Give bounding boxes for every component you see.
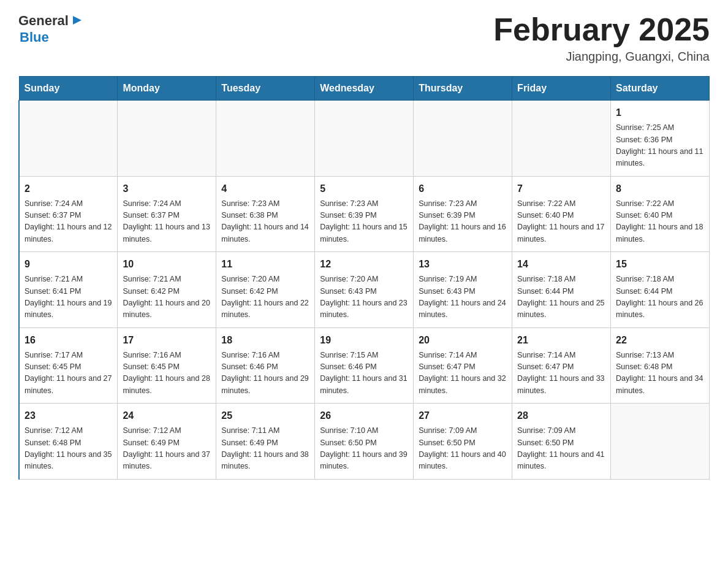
- day-number: 28: [517, 408, 605, 423]
- day-info: Sunrise: 7:23 AMSunset: 6:38 PMDaylight:…: [221, 198, 309, 246]
- day-number: 1: [616, 105, 704, 120]
- day-number: 16: [25, 333, 112, 348]
- col-monday: Monday: [118, 77, 216, 101]
- calendar-body: 1Sunrise: 7:25 AMSunset: 6:36 PMDaylight…: [19, 101, 710, 480]
- calendar-day-cell: 19Sunrise: 7:15 AMSunset: 6:46 PMDayligh…: [315, 327, 414, 404]
- day-info: Sunrise: 7:16 AMSunset: 6:45 PMDaylight:…: [123, 350, 211, 397]
- col-wednesday: Wednesday: [315, 77, 414, 101]
- calendar-day-cell: 15Sunrise: 7:18 AMSunset: 6:44 PMDayligh…: [611, 252, 710, 328]
- calendar-table: Sunday Monday Tuesday Wednesday Thursday…: [18, 76, 710, 480]
- calendar-day-cell: 13Sunrise: 7:19 AMSunset: 6:43 PMDayligh…: [414, 252, 512, 328]
- day-info: Sunrise: 7:16 AMSunset: 6:46 PMDaylight:…: [221, 350, 309, 397]
- calendar-day-cell: 6Sunrise: 7:23 AMSunset: 6:39 PMDaylight…: [414, 176, 512, 252]
- calendar-day-cell: 10Sunrise: 7:21 AMSunset: 6:42 PMDayligh…: [118, 252, 216, 328]
- day-number: 12: [320, 257, 408, 272]
- day-number: 9: [25, 257, 112, 272]
- day-info: Sunrise: 7:14 AMSunset: 6:47 PMDaylight:…: [419, 350, 507, 397]
- day-number: 7: [517, 182, 605, 196]
- logo-arrow-icon: [70, 13, 84, 27]
- day-number: 5: [320, 182, 408, 196]
- day-number: 24: [123, 408, 211, 423]
- day-info: Sunrise: 7:20 AMSunset: 6:42 PMDaylight:…: [221, 274, 309, 321]
- calendar-day-cell: 20Sunrise: 7:14 AMSunset: 6:47 PMDayligh…: [414, 327, 512, 404]
- day-number: 21: [517, 333, 605, 348]
- day-info: Sunrise: 7:21 AMSunset: 6:42 PMDaylight:…: [123, 274, 211, 321]
- calendar-day-cell: 17Sunrise: 7:16 AMSunset: 6:45 PMDayligh…: [118, 327, 216, 404]
- day-info: Sunrise: 7:22 AMSunset: 6:40 PMDaylight:…: [517, 198, 605, 246]
- day-info: Sunrise: 7:25 AMSunset: 6:36 PMDaylight:…: [616, 122, 704, 170]
- day-number: 14: [517, 257, 605, 272]
- day-number: 6: [419, 182, 507, 196]
- col-thursday: Thursday: [414, 77, 512, 101]
- day-info: Sunrise: 7:14 AMSunset: 6:47 PMDaylight:…: [517, 350, 605, 397]
- day-info: Sunrise: 7:22 AMSunset: 6:40 PMDaylight:…: [616, 198, 704, 246]
- col-tuesday: Tuesday: [216, 77, 315, 101]
- day-number: 3: [123, 182, 211, 196]
- day-info: Sunrise: 7:09 AMSunset: 6:50 PMDaylight:…: [517, 425, 605, 473]
- calendar-day-cell: 3Sunrise: 7:24 AMSunset: 6:37 PMDaylight…: [118, 176, 216, 252]
- day-number: 22: [616, 333, 704, 348]
- day-number: 2: [25, 182, 112, 196]
- calendar-header: Sunday Monday Tuesday Wednesday Thursday…: [19, 77, 710, 101]
- calendar-day-cell: 26Sunrise: 7:10 AMSunset: 6:50 PMDayligh…: [315, 404, 414, 480]
- col-friday: Friday: [512, 77, 611, 101]
- calendar-day-cell: 11Sunrise: 7:20 AMSunset: 6:42 PMDayligh…: [216, 252, 315, 328]
- calendar-week-row: 9Sunrise: 7:21 AMSunset: 6:41 PMDaylight…: [19, 252, 710, 328]
- calendar-day-cell: 21Sunrise: 7:14 AMSunset: 6:47 PMDayligh…: [512, 327, 611, 404]
- calendar-day-cell: 23Sunrise: 7:12 AMSunset: 6:48 PMDayligh…: [19, 404, 118, 480]
- day-info: Sunrise: 7:18 AMSunset: 6:44 PMDaylight:…: [616, 274, 704, 321]
- calendar-week-row: 2Sunrise: 7:24 AMSunset: 6:37 PMDaylight…: [19, 176, 710, 252]
- calendar-day-cell: [216, 101, 315, 177]
- calendar-day-cell: 5Sunrise: 7:23 AMSunset: 6:39 PMDaylight…: [315, 176, 414, 252]
- day-info: Sunrise: 7:24 AMSunset: 6:37 PMDaylight:…: [25, 198, 112, 246]
- day-info: Sunrise: 7:13 AMSunset: 6:48 PMDaylight:…: [616, 350, 704, 397]
- col-saturday: Saturday: [611, 77, 710, 101]
- day-number: 15: [616, 257, 704, 272]
- day-number: 20: [419, 333, 507, 348]
- day-number: 18: [221, 333, 309, 348]
- col-sunday: Sunday: [19, 77, 118, 101]
- day-info: Sunrise: 7:09 AMSunset: 6:50 PMDaylight:…: [419, 425, 507, 473]
- day-number: 13: [419, 257, 507, 272]
- day-info: Sunrise: 7:19 AMSunset: 6:43 PMDaylight:…: [419, 274, 507, 321]
- calendar-day-cell: [19, 101, 118, 177]
- calendar-day-cell: 25Sunrise: 7:11 AMSunset: 6:49 PMDayligh…: [216, 404, 315, 480]
- title-block: February 2025 Jiangping, Guangxi, China: [493, 12, 710, 64]
- calendar-day-cell: [118, 101, 216, 177]
- calendar-day-cell: 27Sunrise: 7:09 AMSunset: 6:50 PMDayligh…: [414, 404, 512, 480]
- calendar-day-cell: 2Sunrise: 7:24 AMSunset: 6:37 PMDaylight…: [19, 176, 118, 252]
- calendar-day-cell: 22Sunrise: 7:13 AMSunset: 6:48 PMDayligh…: [611, 327, 710, 404]
- day-number: 19: [320, 333, 408, 348]
- day-number: 11: [221, 257, 309, 272]
- day-number: 8: [616, 182, 704, 196]
- svg-marker-0: [73, 16, 82, 25]
- calendar-day-cell: 16Sunrise: 7:17 AMSunset: 6:45 PMDayligh…: [19, 327, 118, 404]
- logo-blue-text: Blue: [20, 29, 84, 45]
- day-info: Sunrise: 7:24 AMSunset: 6:37 PMDaylight:…: [123, 198, 211, 246]
- day-info: Sunrise: 7:18 AMSunset: 6:44 PMDaylight:…: [517, 274, 605, 321]
- days-of-week-row: Sunday Monday Tuesday Wednesday Thursday…: [19, 77, 710, 101]
- calendar-day-cell: [512, 101, 611, 177]
- day-info: Sunrise: 7:11 AMSunset: 6:49 PMDaylight:…: [221, 425, 309, 473]
- calendar-week-row: 23Sunrise: 7:12 AMSunset: 6:48 PMDayligh…: [19, 404, 710, 480]
- calendar-week-row: 1Sunrise: 7:25 AMSunset: 6:36 PMDaylight…: [19, 101, 710, 177]
- day-number: 26: [320, 408, 408, 423]
- day-info: Sunrise: 7:15 AMSunset: 6:46 PMDaylight:…: [320, 350, 408, 397]
- calendar-day-cell: 24Sunrise: 7:12 AMSunset: 6:49 PMDayligh…: [118, 404, 216, 480]
- day-number: 25: [221, 408, 309, 423]
- calendar-day-cell: 18Sunrise: 7:16 AMSunset: 6:46 PMDayligh…: [216, 327, 315, 404]
- day-number: 17: [123, 333, 211, 348]
- day-number: 4: [221, 182, 309, 196]
- day-info: Sunrise: 7:12 AMSunset: 6:48 PMDaylight:…: [25, 425, 112, 473]
- calendar-day-cell: 7Sunrise: 7:22 AMSunset: 6:40 PMDaylight…: [512, 176, 611, 252]
- calendar-day-cell: 1Sunrise: 7:25 AMSunset: 6:36 PMDaylight…: [611, 101, 710, 177]
- logo-general-text: General: [18, 13, 69, 29]
- calendar-week-row: 16Sunrise: 7:17 AMSunset: 6:45 PMDayligh…: [19, 327, 710, 404]
- day-info: Sunrise: 7:21 AMSunset: 6:41 PMDaylight:…: [25, 274, 112, 321]
- calendar-day-cell: 9Sunrise: 7:21 AMSunset: 6:41 PMDaylight…: [19, 252, 118, 328]
- month-title: February 2025: [493, 12, 710, 47]
- day-number: 23: [25, 408, 112, 423]
- day-number: 27: [419, 408, 507, 423]
- calendar-day-cell: 4Sunrise: 7:23 AMSunset: 6:38 PMDaylight…: [216, 176, 315, 252]
- calendar-day-cell: [414, 101, 512, 177]
